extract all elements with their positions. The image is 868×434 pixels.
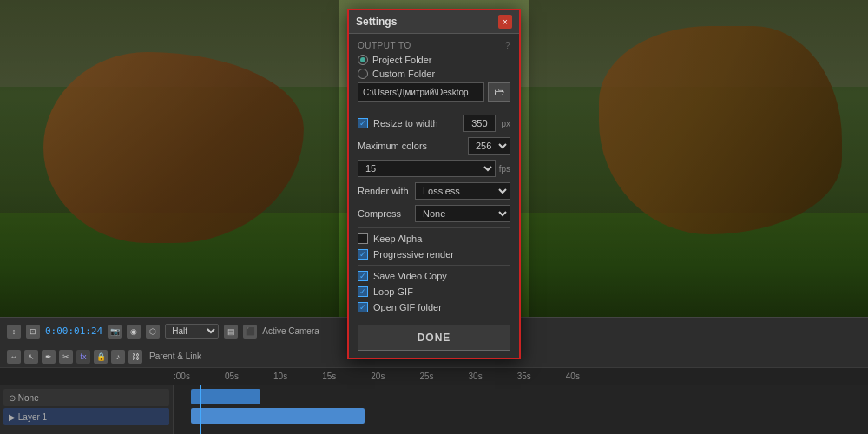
- output-to-label: OUTPUT TO ?: [358, 41, 510, 50]
- path-input[interactable]: [358, 82, 484, 102]
- move-icon[interactable]: ↔: [7, 350, 21, 364]
- settings-dialog: Settings × OUTPUT TO ? Project Folder Cu…: [347, 9, 521, 359]
- keep-alpha-row[interactable]: Keep Alpha: [358, 233, 510, 244]
- resize-row: ✓ Resize to width px: [358, 115, 510, 132]
- keep-alpha-label: Keep Alpha: [373, 233, 510, 244]
- tool-icon-2[interactable]: ⊡: [26, 325, 40, 339]
- track-label-1: ⊙ None: [3, 389, 169, 406]
- ruler-mark-5s: 05s: [225, 372, 239, 381]
- project-folder-radio-row[interactable]: Project Folder: [358, 55, 510, 65]
- divider-3: [358, 265, 510, 266]
- compress-select[interactable]: None Low Medium High: [415, 205, 510, 222]
- ruler-mark-30s: 30s: [469, 372, 483, 381]
- open-gif-row[interactable]: ✓ Open GIF folder: [358, 302, 510, 312]
- progressive-render-label: Progressive render: [373, 249, 510, 260]
- project-folder-radio[interactable]: [358, 55, 368, 65]
- custom-folder-radio-row[interactable]: Custom Folder: [358, 69, 510, 79]
- resize-value-input[interactable]: [463, 115, 496, 132]
- compress-row: Compress None Low Medium High: [358, 205, 510, 222]
- loop-gif-checkbox[interactable]: ✓: [358, 286, 368, 297]
- save-video-row[interactable]: ✓ Save Video Copy: [358, 271, 510, 281]
- max-colors-select[interactable]: 256 128 64: [468, 137, 510, 155]
- right-dark-overlay: [529, 0, 868, 317]
- ruler-mark-35s: 35s: [517, 372, 531, 381]
- path-row: 🗁: [358, 82, 510, 102]
- track-label-2: ▶ Layer 1: [3, 408, 169, 425]
- loop-gif-row[interactable]: ✓ Loop GIF: [358, 286, 510, 297]
- progressive-render-row[interactable]: ✓ Progressive render: [358, 249, 510, 260]
- parent-link-label: Parent & Link: [149, 352, 201, 361]
- render-with-row: Render with Lossless Lossy Neural: [358, 182, 510, 200]
- tool-icon-4[interactable]: ⬡: [146, 325, 160, 339]
- zoom-select[interactable]: Half Full Quarter: [165, 324, 219, 339]
- browse-folder-button[interactable]: 🗁: [488, 82, 510, 102]
- dialog-titlebar: Settings ×: [349, 10, 519, 34]
- track-clip-1[interactable]: [191, 389, 260, 404]
- timeline-tracks: ⊙ None ▶ Layer 1: [0, 385, 868, 434]
- close-button[interactable]: ×: [498, 15, 512, 29]
- camera-label: Active Camera: [262, 326, 319, 336]
- divider-2: [358, 227, 510, 228]
- custom-folder-radio[interactable]: [358, 69, 368, 79]
- divider-1: [358, 108, 510, 109]
- app-background: ↕ ⊡ 0:00:01:24 📷 ◉ ⬡ Half Full Quarter ▤…: [0, 0, 868, 434]
- playhead: [200, 385, 201, 434]
- select-icon[interactable]: ↖: [24, 350, 38, 364]
- fps-unit: fps: [499, 164, 510, 174]
- ruler-mark-20s: 20s: [371, 372, 385, 381]
- render-with-select[interactable]: Lossless Lossy Neural: [415, 182, 510, 200]
- ruler-mark-25s: 25s: [419, 372, 433, 381]
- left-dark-overlay: [0, 0, 339, 317]
- razor-icon[interactable]: ✂: [59, 350, 73, 364]
- tool-icon-5[interactable]: ▤: [224, 325, 238, 339]
- project-folder-label: Project Folder: [372, 55, 431, 65]
- tool-icon-6[interactable]: ⬛: [243, 325, 257, 339]
- pen-icon[interactable]: ✒: [42, 350, 56, 364]
- fps-select[interactable]: 15 10 12 24 30: [358, 160, 496, 177]
- loop-gif-label: Loop GIF: [373, 286, 510, 297]
- help-icon[interactable]: ?: [505, 41, 510, 50]
- fx-icon[interactable]: fx: [76, 350, 90, 364]
- open-gif-label: Open GIF folder: [373, 302, 510, 312]
- fps-row: 15 10 12 24 30 fps: [358, 160, 510, 177]
- save-video-label: Save Video Copy: [373, 271, 510, 281]
- max-colors-label: Maximum colors: [358, 141, 463, 151]
- max-colors-row: Maximum colors 256 128 64: [358, 137, 510, 155]
- tool-icon-3[interactable]: ◉: [127, 325, 141, 339]
- progressive-render-checkbox[interactable]: ✓: [358, 249, 368, 260]
- custom-folder-label: Custom Folder: [372, 69, 435, 79]
- keep-alpha-checkbox[interactable]: [358, 233, 368, 244]
- timeline-ruler: :00s 05s 10s 15s 20s 25s 30s 35s 40s: [0, 368, 868, 385]
- track-clip-2[interactable]: [191, 408, 365, 424]
- ruler-mark-0s: :00s: [174, 372, 190, 381]
- ruler-mark-40s: 40s: [566, 372, 580, 381]
- compress-label: Compress: [358, 208, 410, 219]
- tool-icon-1[interactable]: ↕: [7, 325, 21, 339]
- dialog-body: OUTPUT TO ? Project Folder Custom Folder…: [349, 34, 519, 358]
- render-with-label: Render with: [358, 186, 410, 196]
- ruler-mark-15s: 15s: [322, 372, 336, 381]
- audio-icon[interactable]: ♪: [111, 350, 125, 364]
- ruler-mark-10s: 10s: [273, 372, 287, 381]
- resize-unit: px: [501, 119, 510, 128]
- save-video-checkbox[interactable]: ✓: [358, 271, 368, 281]
- done-button[interactable]: DONE: [358, 325, 510, 351]
- link-icon[interactable]: ⛓: [128, 350, 142, 364]
- lock-icon[interactable]: 🔒: [94, 350, 108, 364]
- resize-label: Resize to width: [373, 118, 457, 128]
- track-labels-panel: ⊙ None ▶ Layer 1: [0, 385, 174, 434]
- timecode-display: 0:00:01:24: [45, 326, 102, 337]
- camera-icon[interactable]: 📷: [108, 325, 122, 339]
- open-gif-checkbox[interactable]: ✓: [358, 302, 368, 312]
- track-content-area: [174, 385, 868, 434]
- resize-checkbox[interactable]: ✓: [358, 118, 368, 128]
- dialog-title: Settings: [356, 16, 397, 28]
